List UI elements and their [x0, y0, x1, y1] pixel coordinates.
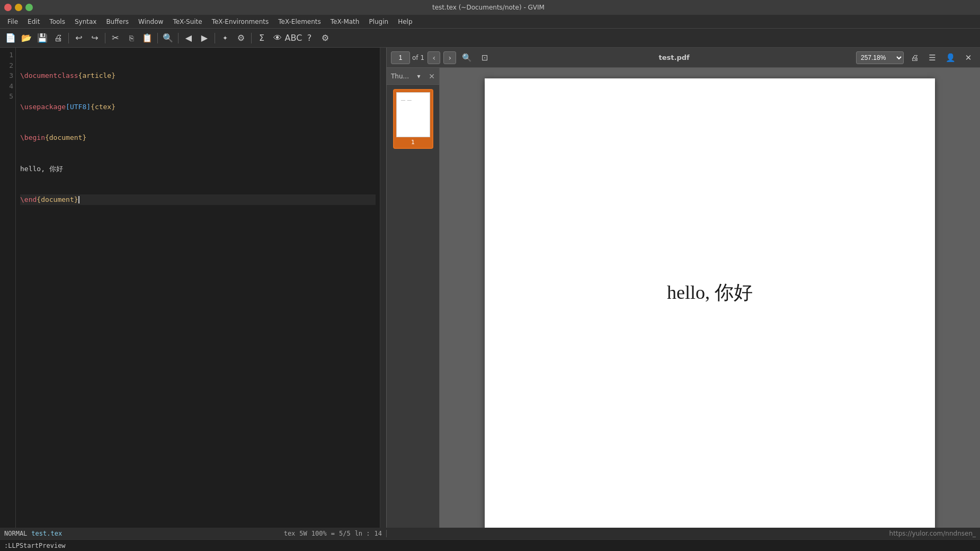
spell-btn[interactable]: ABC [286, 31, 301, 46]
pdf-main[interactable]: hello, 你好 [440, 68, 980, 528]
pdf-body: Thu... ▾ ✕ — — 1 hello, 你好 [387, 68, 980, 528]
window-title: test.tex (~Documents/note) - GVIM [33, 4, 944, 11]
code-editor[interactable]: \documentclass{article} \usepackage[UTF8… [16, 48, 380, 528]
marks-btn[interactable]: ✦ [218, 31, 233, 46]
thumb-page-image-1: — — [396, 92, 430, 137]
pdf-close-btn[interactable]: ✕ [961, 50, 976, 65]
kw-document-end: {document} [37, 195, 78, 203]
page-input[interactable] [391, 51, 410, 64]
cut-btn[interactable]: ✂ [108, 31, 123, 46]
menu-edit[interactable]: Edit [23, 16, 44, 27]
statusbar-wordcount: 5W [299, 530, 307, 537]
copy-btn[interactable]: ⎘ [124, 31, 139, 46]
pdf-status: https://yulor.com/nndnsen_ [387, 530, 980, 537]
menu-tools[interactable]: Tools [45, 16, 69, 27]
line-numbers: 1 2 3 4 5 [0, 48, 16, 528]
prev-btn[interactable]: ◀ [181, 31, 196, 46]
zoom-select[interactable]: 257.18% 50% 75% 100% 125% 150% 200% 300%… [856, 51, 904, 64]
menu-window[interactable]: Window [134, 16, 167, 27]
statusbar-position: 5/5 [339, 530, 351, 537]
kw-end: \end [20, 195, 37, 203]
pdf-menu-btn[interactable]: ☰ [925, 50, 940, 65]
menu-help[interactable]: Help [394, 16, 416, 27]
paste-btn[interactable]: 📋 [140, 31, 155, 46]
menu-plugin[interactable]: Plugin [364, 16, 393, 27]
thumbnail-page-1[interactable]: — — 1 [393, 89, 433, 149]
compile-btn[interactable]: ⚙ [234, 31, 248, 46]
statusbar-ln: ln : [355, 530, 370, 537]
total-pages: 1 [421, 54, 425, 61]
new-file-btn[interactable]: 📄 [3, 31, 18, 46]
menu-texelements[interactable]: TeX-Elements [274, 16, 325, 27]
vim-status: NORMAL test.tex tex 5W 100% = 5/5 ln : 1… [0, 530, 387, 537]
pdf-user-btn[interactable]: 👤 [943, 50, 958, 65]
open-file-btn[interactable]: 📂 [19, 31, 34, 46]
pdf-print-btn[interactable]: 🖨 [907, 50, 922, 65]
cmdline[interactable]: :LLPStartPreview [0, 539, 980, 551]
window-controls [4, 4, 33, 11]
line-num-4: 4 [2, 81, 13, 92]
code-line-5: \end{document} [20, 194, 376, 205]
next-page-btn[interactable]: › [443, 51, 456, 64]
minimize-btn[interactable] [15, 4, 22, 11]
print-btn[interactable]: 🖨 [51, 31, 66, 46]
toolbar-sep-4 [178, 33, 179, 43]
thumbnail-label: Thu... [391, 73, 409, 80]
toolbar-sep-1 [68, 33, 69, 43]
thumb-page-num-1: 1 [411, 139, 415, 146]
redo-btn[interactable]: ↪ [87, 31, 102, 46]
pdf-page: hello, 你好 [485, 78, 935, 528]
pdf-toolbar: of 1 ‹ › 🔍 ⊡ test.pdf 257.18% 50% 75% 10… [387, 48, 980, 68]
menu-texmath[interactable]: TeX-Math [326, 16, 364, 27]
kw-article: {article} [78, 72, 115, 79]
toolbar-sep-6 [251, 33, 252, 43]
line-num-5: 5 [2, 91, 13, 102]
kw-begin: \begin [20, 134, 45, 141]
kw-utf8-opt: [UTF8] [66, 103, 91, 111]
settings-btn[interactable]: ⚙ [318, 31, 333, 46]
save-btn[interactable]: 💾 [35, 31, 50, 46]
prev-page-btn[interactable]: ‹ [427, 51, 440, 64]
maximize-btn[interactable] [25, 4, 33, 11]
menu-texsuite[interactable]: TeX-Suite [168, 16, 206, 27]
statusbar-filename: test.tex [31, 530, 62, 537]
next-btn[interactable]: ▶ [197, 31, 212, 46]
thumb-dots: — — [401, 98, 412, 103]
toolbar: 📄 📂 💾 🖨 ↩ ↪ ✂ ⎘ 📋 🔍 ◀ ▶ ✦ ⚙ Σ 👁 ABC ? ⚙ [0, 29, 980, 48]
find-btn[interactable]: 🔍 [161, 31, 175, 46]
titlebar: test.tex (~Documents/note) - GVIM [0, 0, 980, 15]
statusbar-sep: = [331, 530, 335, 537]
editor-scrollbar[interactable] [380, 48, 386, 528]
statusbar-filetype: tex [284, 530, 296, 537]
code-line-4: hello, 你好 [20, 164, 376, 174]
menubar: File Edit Tools Syntax Buffers Window Te… [0, 15, 980, 29]
help-btn[interactable]: ? [302, 31, 317, 46]
menu-syntax[interactable]: Syntax [70, 16, 101, 27]
statusbar-linenum: 14 [375, 530, 382, 537]
toolbar-sep-3 [157, 33, 158, 43]
pdf-title: test.pdf [495, 54, 853, 61]
kw-usepackage: \usepackage [20, 103, 66, 111]
tex-compile-btn[interactable]: Σ [254, 31, 269, 46]
pdf-snapshot-btn[interactable]: ⊡ [477, 50, 492, 65]
menu-file[interactable]: File [3, 16, 22, 27]
thumbnail-dropdown-icon[interactable]: ▾ [417, 73, 421, 80]
tex-view-btn[interactable]: 👁 [270, 31, 285, 46]
menu-buffers[interactable]: Buffers [102, 16, 133, 27]
thumbnail-close-btn[interactable]: ✕ [429, 72, 435, 81]
pdf-pane: of 1 ‹ › 🔍 ⊡ test.pdf 257.18% 50% 75% 10… [387, 48, 980, 528]
bottom-bar: NORMAL test.tex tex 5W 100% = 5/5 ln : 1… [0, 528, 980, 539]
line-num-2: 2 [2, 60, 13, 71]
vim-mode: NORMAL [4, 530, 27, 537]
close-btn[interactable] [4, 4, 12, 11]
text-hello: hello, 你好 [20, 165, 63, 173]
menu-texenvs[interactable]: TeX-Environments [208, 16, 273, 27]
pdf-search-btn[interactable]: 🔍 [459, 50, 474, 65]
editor-content[interactable]: 1 2 3 4 5 \documentclass{article} \usepa… [0, 48, 386, 528]
kw-document-begin: {document} [45, 134, 86, 141]
statusbar-progress: 100% [311, 530, 327, 537]
main-area: 1 2 3 4 5 \documentclass{article} \usepa… [0, 48, 980, 528]
code-line-1: \documentclass{article} [20, 70, 376, 81]
undo-btn[interactable]: ↩ [72, 31, 86, 46]
thumbnail-list: — — 1 [387, 85, 439, 528]
